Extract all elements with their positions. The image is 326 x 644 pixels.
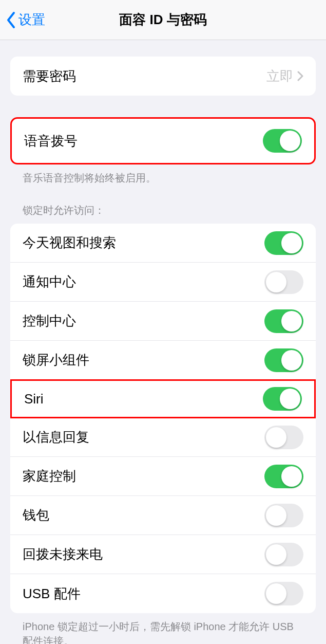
chevron-left-icon [6,11,16,29]
locked-access-label-lockscreen-widgets: 锁屏小组件 [23,351,89,369]
chevron-right-icon [297,71,303,81]
locked-access-row-reply-message: 以信息回复 [10,418,316,457]
back-label: 设置 [18,11,45,29]
voice-dial-label: 语音拨号 [24,132,78,150]
locked-access-header: 锁定时允许访问： [10,204,316,224]
back-button[interactable]: 设置 [0,11,45,29]
locked-access-row-control-center: 控制中心 [10,302,316,341]
locked-access-label-usb-accessories: USB 配件 [23,585,81,603]
locked-access-label-return-missed-calls: 回拨未接来电 [23,545,103,563]
locked-access-toggle-lockscreen-widgets[interactable] [264,348,303,372]
require-passcode-value: 立即 [266,67,293,85]
locked-access-toggle-siri[interactable] [263,387,302,411]
locked-access-toggle-control-center[interactable] [264,309,303,333]
locked-access-row-usb-accessories: USB 配件 [10,574,316,613]
locked-access-row-home-control: 家庭控制 [10,457,316,496]
locked-access-group: 今天视图和搜索通知中心控制中心锁屏小组件Siri以信息回复家庭控制钱包回拨未接来… [10,224,316,613]
voice-dial-group: 语音拨号 [10,117,316,164]
locked-access-toggle-notification-center[interactable] [264,270,303,294]
require-passcode-group: 需要密码 立即 [10,57,316,96]
locked-access-row-lockscreen-widgets: 锁屏小组件 [10,341,316,380]
locked-access-row-today-search: 今天视图和搜索 [10,224,316,263]
voice-dial-footer: 音乐语音控制将始终被启用。 [10,164,316,185]
locked-access-row-return-missed-calls: 回拨未接来电 [10,535,316,574]
voice-dial-row: 语音拨号 [12,119,314,163]
locked-access-label-notification-center: 通知中心 [23,273,76,291]
locked-access-toggle-home-control[interactable] [264,465,303,488]
page-title: 面容 ID 与密码 [119,11,206,29]
navigation-bar: 设置 面容 ID 与密码 [0,0,326,40]
locked-access-toggle-wallet[interactable] [264,504,303,527]
require-passcode-label: 需要密码 [23,67,76,85]
locked-access-label-today-search: 今天视图和搜索 [23,234,116,252]
locked-access-label-control-center: 控制中心 [23,312,76,330]
locked-access-label-home-control: 家庭控制 [23,467,76,485]
locked-access-label-siri: Siri [24,391,44,407]
locked-access-footer: iPhone 锁定超过一小时后，需先解锁 iPhone 才能允许 USB 配件连… [10,613,316,644]
locked-access-toggle-reply-message[interactable] [264,426,303,449]
locked-access-label-wallet: 钱包 [23,506,49,524]
locked-access-row-wallet: 钱包 [10,496,316,535]
voice-dial-toggle[interactable] [263,129,302,153]
locked-access-row-notification-center: 通知中心 [10,263,316,302]
locked-access-row-siri: Siri [10,379,316,418]
require-passcode-row[interactable]: 需要密码 立即 [10,57,316,96]
locked-access-toggle-today-search[interactable] [264,231,303,255]
locked-access-toggle-return-missed-calls[interactable] [264,543,303,566]
locked-access-toggle-usb-accessories[interactable] [264,582,303,605]
locked-access-label-reply-message: 以信息回复 [23,428,89,446]
